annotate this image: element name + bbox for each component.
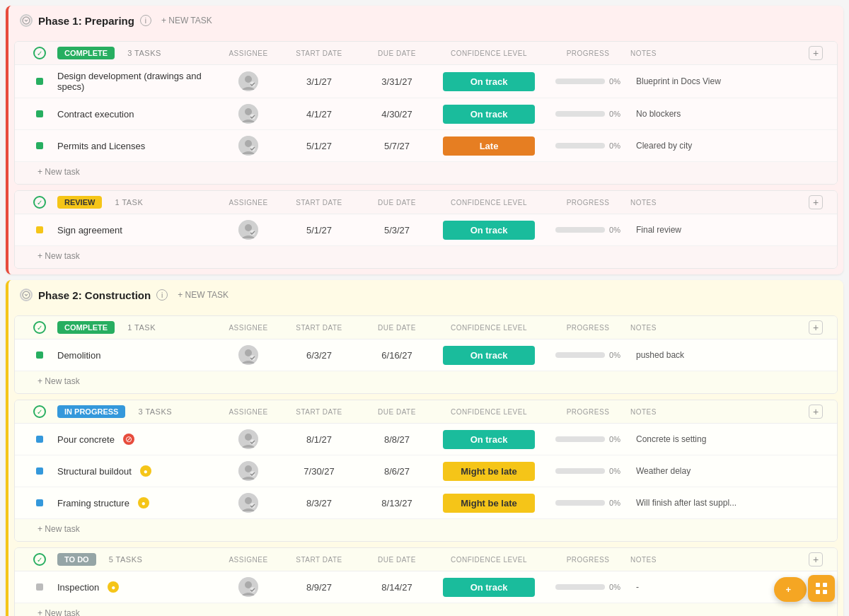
section-toggle[interactable]: ✓ <box>22 47 57 59</box>
task-dot <box>36 142 43 149</box>
table-row: Framing structure ● 8/3/27 8/13/27 Might… <box>15 487 837 519</box>
new-task-link[interactable]: + New task <box>37 167 80 177</box>
section: ✓ COMPLETE 1 TASK ASSIGNEE START DATE DU… <box>14 315 838 394</box>
new-task-link[interactable]: + New task <box>37 376 80 386</box>
add-section-button[interactable]: + <box>809 320 823 335</box>
svg-point-11 <box>245 224 252 231</box>
col-confidence: CONFIDENCE LEVEL <box>432 556 545 564</box>
notes-cell: Cleared by city <box>630 141 809 151</box>
phase-toggle[interactable] <box>20 14 33 27</box>
new-task-link[interactable]: + New task <box>37 524 80 534</box>
task-dot <box>36 583 43 591</box>
start-date: 8/1/27 <box>277 434 362 445</box>
progress-bar-bg <box>555 468 605 474</box>
avatar[interactable] <box>238 71 258 91</box>
add-task-button[interactable]: + <box>774 577 807 602</box>
task-name-cell: Design development (drawings and specs) <box>57 71 220 92</box>
add-section-button[interactable]: + <box>809 405 823 419</box>
due-date: 3/31/27 <box>362 76 432 87</box>
task-dot-cell <box>22 226 57 233</box>
avatar[interactable] <box>238 429 258 449</box>
add-section-button[interactable]: + <box>809 46 823 60</box>
avatar[interactable] <box>238 345 258 365</box>
task-name[interactable]: Demolition <box>57 350 100 361</box>
confidence-badge: Might be late <box>443 494 535 513</box>
svg-point-18 <box>245 434 252 441</box>
assignee-cell[interactable] <box>220 493 277 513</box>
chevron-down-icon <box>22 16 30 25</box>
task-dot <box>36 226 43 233</box>
confidence-badge: On track <box>443 221 535 240</box>
assignee-cell[interactable] <box>220 461 277 481</box>
info-icon[interactable]: i <box>140 15 151 26</box>
blocked-icon: ⊘ <box>123 434 134 445</box>
task-name[interactable]: Pour concrete <box>57 434 115 445</box>
assignee-cell[interactable] <box>220 71 277 91</box>
task-name-cell: Framing structure ● <box>57 497 220 509</box>
info-icon[interactable]: i <box>156 289 168 301</box>
phase-new-task-button[interactable]: + NEW TASK <box>157 14 216 27</box>
confidence-cell: On track <box>432 221 545 240</box>
col-assignee: ASSIGNEE <box>220 199 277 207</box>
progress-bar-bg <box>555 352 605 358</box>
section-toggle[interactable]: ✓ <box>22 196 57 209</box>
avatar[interactable] <box>238 220 258 240</box>
phase-toggle[interactable] <box>20 289 33 301</box>
progress-pct: 0% <box>609 467 620 475</box>
due-date: 8/14/27 <box>362 582 432 593</box>
svg-point-24 <box>245 497 252 504</box>
new-task-link[interactable]: + New task <box>37 608 80 616</box>
task-name[interactable]: Design development (drawings and specs) <box>57 71 220 92</box>
assignee-cell[interactable] <box>220 429 277 449</box>
col-progress: PROGRESS <box>545 199 630 207</box>
confidence-badge: Might be late <box>443 462 535 481</box>
section-toggle[interactable]: ✓ <box>22 553 57 566</box>
avatar[interactable] <box>238 104 258 124</box>
start-date: 8/9/27 <box>277 582 362 593</box>
svg-rect-30 <box>823 583 827 587</box>
col-start-date: START DATE <box>277 199 362 207</box>
phase-new-task-button[interactable]: + NEW TASK <box>173 289 233 301</box>
new-task-link[interactable]: + New task <box>37 251 80 261</box>
progress-pct: 0% <box>609 499 620 507</box>
task-name[interactable]: Structural buildout <box>57 466 132 477</box>
section-toggle[interactable]: ✓ <box>22 405 57 418</box>
task-name[interactable]: Framing structure <box>57 498 129 509</box>
assignee-cell[interactable] <box>220 136 277 156</box>
phase-title: Phase 2: Construction <box>38 289 151 301</box>
section-header: ✓ REVIEW 1 TASK ASSIGNEE START DATE DUE … <box>15 191 837 214</box>
due-date: 4/30/27 <box>362 109 432 120</box>
assignee-cell[interactable] <box>220 220 277 240</box>
plus-icon: + <box>785 584 791 595</box>
notes-cell: pushed back <box>630 350 809 360</box>
task-name[interactable]: Permits and Licenses <box>57 141 145 151</box>
task-name[interactable]: Inspection <box>57 582 99 593</box>
task-dot-cell <box>22 499 57 506</box>
due-date: 8/6/27 <box>362 466 432 477</box>
task-name[interactable]: Sign agreement <box>57 225 122 236</box>
add-section-button[interactable]: + <box>809 195 823 209</box>
task-name[interactable]: Contract execution <box>57 109 134 120</box>
task-dot <box>36 436 43 443</box>
task-dot-cell <box>22 351 57 359</box>
add-section-button[interactable]: + <box>809 552 823 566</box>
phase-header: Phase 2: Construction i + NEW TASK <box>8 280 843 310</box>
task-dot <box>36 78 43 85</box>
col-start-date: START DATE <box>277 408 362 416</box>
task-name-cell: Structural buildout ● <box>57 465 220 477</box>
avatar[interactable] <box>238 136 258 156</box>
assignee-cell[interactable] <box>220 104 277 124</box>
assignee-cell[interactable] <box>220 345 277 365</box>
chevron-down-icon <box>22 291 30 299</box>
confidence-cell: Late <box>432 136 545 156</box>
grid-view-button[interactable] <box>808 575 835 602</box>
section-header: ✓ COMPLETE 1 TASK ASSIGNEE START DATE DU… <box>15 316 837 339</box>
task-name-cell: Demolition <box>57 350 220 361</box>
avatar[interactable] <box>238 493 258 513</box>
table-row: Demolition 6/3/27 6/16/27 On track 0% pu… <box>15 339 837 371</box>
avatar[interactable] <box>238 577 258 597</box>
assignee-cell[interactable] <box>220 577 277 597</box>
phase-title: Phase 1: Preparing <box>38 15 134 27</box>
section-toggle[interactable]: ✓ <box>22 321 57 334</box>
avatar[interactable] <box>238 461 258 481</box>
